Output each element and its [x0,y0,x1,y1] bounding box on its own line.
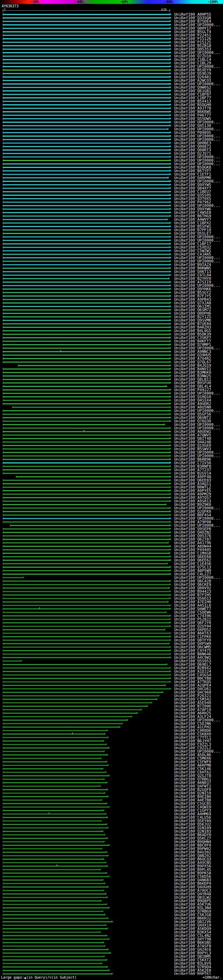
hit-bar[interactable] [3,375,170,377]
hit-bar[interactable] [3,886,107,888]
hit-bar[interactable] [3,508,170,509]
hit-bar[interactable] [3,817,107,818]
hit-bar[interactable] [3,282,170,283]
hit-bar[interactable] [3,928,107,929]
hit-bar[interactable] [3,195,170,196]
hit-bar[interactable] [3,302,170,304]
hit-bar[interactable] [3,421,170,422]
hit-bar[interactable] [3,42,170,43]
hit-bar[interactable] [3,35,170,36]
hit-bar[interactable] [3,73,170,74]
hit-bar[interactable] [3,681,170,682]
hit-bar[interactable] [3,852,106,853]
hit-bar[interactable] [3,393,170,394]
hit-bar[interactable] [3,386,166,387]
hit-bar[interactable] [3,434,170,436]
hit-bar[interactable] [3,654,170,655]
hit-bar[interactable] [3,184,170,185]
hit-bar[interactable] [12,407,170,408]
hit-bar[interactable] [3,768,102,769]
hit-bar[interactable] [3,727,119,728]
hit-bar[interactable] [3,810,103,811]
hit-bar[interactable] [3,584,170,585]
hit-bar[interactable] [3,490,170,491]
hit-bar[interactable] [3,174,170,175]
hit-bar[interactable] [3,292,170,293]
hit-bar[interactable] [3,563,167,564]
hit-bar[interactable] [3,522,170,522]
hit-bar[interactable] [3,695,158,696]
hit-bar[interactable] [3,167,170,168]
hit-bar[interactable] [3,706,147,707]
hit-bar[interactable] [3,494,170,495]
hit-bar[interactable] [3,348,170,349]
hit-bar[interactable] [3,410,170,411]
hit-bar[interactable] [3,250,170,251]
hit-bar[interactable] [3,104,170,105]
hit-bar[interactable] [3,313,170,314]
hit-bar[interactable] [3,216,170,216]
hit-bar[interactable] [3,532,170,533]
hit-bar[interactable] [3,692,162,693]
hit-bar[interactable] [3,880,102,881]
hit-bar[interactable] [3,907,108,908]
hit-bar[interactable] [3,229,170,231]
hit-bar[interactable] [3,198,170,199]
hit-bar[interactable] [3,748,108,748]
hit-bar[interactable] [3,442,170,442]
hit-bar[interactable] [3,160,170,161]
hit-bar[interactable] [3,667,170,668]
hit-bar[interactable] [3,66,170,67]
hit-bar[interactable] [3,904,106,905]
hit-bar[interactable] [3,264,170,265]
hit-bar[interactable] [3,28,170,29]
hit-bar[interactable] [3,87,170,88]
hit-bar[interactable] [3,414,170,415]
hit-bar[interactable] [3,452,170,453]
hit-bar[interactable] [3,501,170,502]
hit-bar[interactable] [3,233,170,234]
hit-bar[interactable] [3,91,170,91]
hit-bar[interactable] [3,518,170,519]
hit-bar[interactable] [3,320,170,321]
hit-bar[interactable] [3,327,170,328]
hit-bar[interactable] [3,595,170,595]
hit-bar[interactable] [3,323,170,325]
hit-bar[interactable] [3,497,170,498]
hit-bar[interactable] [3,959,106,961]
hit-bar[interactable] [3,483,170,484]
hit-bar[interactable] [3,38,170,39]
hit-bar[interactable] [3,163,170,164]
hit-bar[interactable] [3,146,170,147]
hit-bar[interactable] [3,83,170,84]
hit-bar[interactable] [3,939,108,940]
hit-bar[interactable] [3,883,104,884]
hit-bar[interactable] [3,278,168,279]
hit-bar[interactable] [3,546,170,547]
hit-bar[interactable] [3,946,104,947]
hit-bar[interactable] [3,14,170,15]
hit-bar[interactable] [3,556,170,557]
hit-bar[interactable] [3,612,165,613]
hit-bar[interactable] [3,615,170,616]
hit-bar[interactable] [3,31,170,32]
hit-bar[interactable] [3,219,167,220]
hit-bar[interactable] [3,18,170,18]
hit-bar[interactable] [3,122,170,123]
hit-bar[interactable] [3,601,167,603]
hit-bar[interactable] [3,135,170,137]
hit-bar[interactable] [3,974,111,974]
hit-bar[interactable] [3,953,110,954]
hit-bar[interactable] [3,330,170,331]
hit-bar[interactable] [3,466,170,467]
hit-bar[interactable] [3,574,170,575]
hit-bar[interactable] [3,786,99,787]
hit-bar[interactable] [3,890,103,891]
hit-bar[interactable] [3,226,170,227]
hit-bar[interactable] [3,709,141,710]
hit-bar[interactable] [3,299,170,300]
hit-bar[interactable] [3,918,107,919]
hit-bar[interactable] [3,779,103,780]
hit-bar[interactable] [3,831,102,832]
hit-bar[interactable] [3,417,170,418]
